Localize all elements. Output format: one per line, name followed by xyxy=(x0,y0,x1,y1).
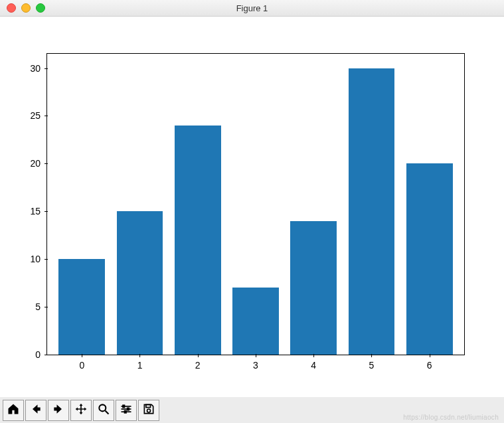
y-tick-label: 5 xyxy=(35,301,47,312)
x-tick-label: 5 xyxy=(369,355,375,371)
svg-rect-8 xyxy=(146,404,151,407)
bar xyxy=(232,288,279,355)
bar xyxy=(406,163,453,355)
figure-canvas: 0123456051015202530 xyxy=(0,17,504,397)
x-tick-label: 1 xyxy=(137,355,143,371)
save-icon xyxy=(142,402,155,418)
x-tick-label: 6 xyxy=(427,355,432,371)
x-tick-label: 2 xyxy=(195,355,201,371)
y-tick-label: 20 xyxy=(30,158,47,169)
zoom-icon xyxy=(97,402,110,418)
forward-icon xyxy=(52,402,65,418)
pan-button[interactable] xyxy=(70,400,92,421)
back-button[interactable] xyxy=(25,400,46,421)
configure-icon xyxy=(120,402,133,418)
pan-icon xyxy=(74,402,88,418)
bar xyxy=(290,221,337,355)
bar xyxy=(349,68,395,355)
watermark-text: https://blog.csdn.net/liumiaoch xyxy=(403,414,499,421)
configure-button[interactable] xyxy=(116,400,137,421)
svg-line-1 xyxy=(106,411,109,414)
home-button[interactable] xyxy=(3,400,24,421)
matplotlib-toolbar: https://blog.csdn.net/liumiaoch xyxy=(0,397,504,423)
y-tick-label: 30 xyxy=(30,63,47,74)
home-icon xyxy=(7,402,20,418)
zoom-button[interactable] xyxy=(93,400,114,421)
y-tick-label: 0 xyxy=(35,349,47,360)
forward-button[interactable] xyxy=(48,400,69,421)
y-tick-label: 15 xyxy=(30,206,47,216)
save-button[interactable] xyxy=(138,400,159,421)
chart-axes: 0123456051015202530 xyxy=(46,53,465,355)
window-title: Figure 1 xyxy=(0,3,504,13)
bar xyxy=(117,211,163,355)
svg-point-9 xyxy=(147,409,151,412)
back-icon xyxy=(29,402,42,418)
svg-rect-7 xyxy=(125,411,127,413)
bar xyxy=(58,259,105,355)
x-tick-label: 3 xyxy=(253,355,258,371)
x-tick-label: 0 xyxy=(79,355,84,371)
window-titlebar: Figure 1 xyxy=(0,0,504,17)
svg-point-0 xyxy=(99,404,106,411)
y-tick-label: 25 xyxy=(30,110,47,121)
x-tick-label: 4 xyxy=(311,355,316,371)
bar xyxy=(175,126,221,355)
svg-rect-3 xyxy=(123,405,125,407)
svg-rect-5 xyxy=(127,408,129,410)
y-tick-label: 10 xyxy=(30,254,47,264)
